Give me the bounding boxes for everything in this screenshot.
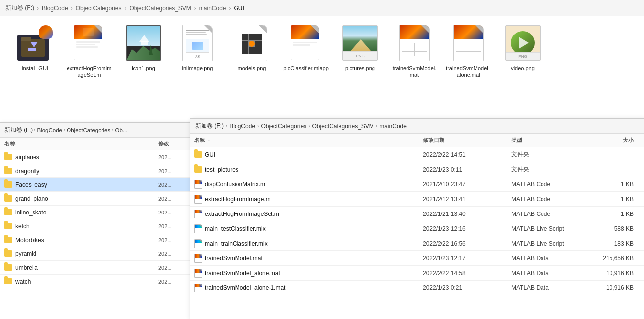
item-date: 202... xyxy=(158,168,188,174)
file-icon1[interactable]: icon1.png xyxy=(119,23,168,71)
row-date: 2022/1/23 0:21 xyxy=(423,284,511,291)
table-row-dispconfusion[interactable]: dispConfusionMatrix.m 2021/2/10 23:47 MA… xyxy=(190,177,644,192)
file-models[interactable]: models.png xyxy=(227,23,276,71)
file-install-gui[interactable]: install_GUI xyxy=(10,23,60,71)
row-name: main_testClassifier.mlx xyxy=(205,225,266,232)
folder-icon xyxy=(194,166,202,173)
list-item-grand-piano[interactable]: grand_piano 202... xyxy=(0,192,192,206)
bottom-left-explorer-window: 新加卷 (F:) › BlogCode › ObjectCategories ›… xyxy=(0,122,192,319)
top-address-bar[interactable]: 新加卷 (F:) › BlogCode › ObjectCategories ›… xyxy=(0,0,644,16)
row-type: MATLAB Code xyxy=(511,181,590,188)
matlab-m-icon xyxy=(194,180,202,189)
row-name: extractHogFromImage.m xyxy=(205,196,271,203)
table-row-main-train[interactable]: main_trainClassifier.mlx 2022/2/22 16:56… xyxy=(190,236,644,251)
file-trainedsvm-label: trainedSvmModel.mat xyxy=(391,65,438,79)
row-type: MATLAB Data xyxy=(511,284,590,291)
bottom-right-address-bar[interactable]: 新加卷 (F:) › BlogCode › ObjectCategories ›… xyxy=(190,119,644,134)
item-date: 202... xyxy=(158,279,188,284)
row-size: 588 KB xyxy=(590,225,640,232)
file-trainedsvm[interactable]: trainedSvmModel.mat xyxy=(390,23,439,79)
col-header-type[interactable]: 类型 xyxy=(511,137,590,144)
file-models-label: models.png xyxy=(238,65,266,71)
address-part-4[interactable]: ObjectCategories_SVM xyxy=(129,5,191,12)
folder-icon xyxy=(4,264,12,271)
address-part-1[interactable]: 新加卷 (F:) xyxy=(5,4,34,12)
table-row-extracthogimageset[interactable]: extractHogFromImageSet.m 2022/1/21 13:40… xyxy=(190,207,644,221)
file-pictures[interactable]: PNG pictures.png xyxy=(336,23,385,71)
row-name: GUI xyxy=(205,151,215,158)
row-type: MATLAB Data xyxy=(511,270,590,277)
item-name: Faces_easy xyxy=(15,181,47,188)
bl-addr-1[interactable]: 新加卷 (F:) xyxy=(4,126,33,134)
file-trainedsvmalone[interactable]: trainedSvmModel_alone.mat xyxy=(444,23,493,79)
mat-icon xyxy=(194,284,202,292)
row-type: MATLAB Code xyxy=(511,196,590,203)
row-name: trainedSvmModel.mat xyxy=(205,255,263,262)
list-item-dragonfly[interactable]: dragonfly 202... xyxy=(0,164,192,178)
list-item-pyramid[interactable]: pyramid 202... xyxy=(0,247,192,261)
col-header-name[interactable]: 名称 ↑ xyxy=(194,137,423,144)
matlab-m-icon xyxy=(194,210,202,218)
br-addr-3[interactable]: ObjectCategories xyxy=(261,123,306,130)
bl-addr-4[interactable]: Ob... xyxy=(115,127,127,133)
table-row-main-test[interactable]: main_testClassifier.mlx 2022/1/23 12:16 … xyxy=(190,221,644,236)
list-item-inline-skate[interactable]: inline_skate 202... xyxy=(0,206,192,219)
row-name: test_pictures xyxy=(205,166,238,173)
row-type: MATLAB Data xyxy=(511,255,590,262)
table-row-test-pictures[interactable]: test_pictures 2022/1/23 0:11 文件夹 xyxy=(190,162,644,177)
mat-icon xyxy=(194,269,202,278)
list-item-airplanes[interactable]: airplanes 202... xyxy=(0,150,192,164)
table-row-extracthogimage[interactable]: extractHogFromImage.m 2021/2/12 13:41 MA… xyxy=(190,192,644,207)
col-header-size[interactable]: 大小 xyxy=(590,137,640,144)
row-name: dispConfusionMatrix.m xyxy=(205,181,265,188)
mat-icon xyxy=(194,254,202,263)
file-picclassifier[interactable]: picClassifier.mlapp xyxy=(281,23,331,71)
file-video[interactable]: PNG video.png xyxy=(498,23,547,71)
address-part-2[interactable]: BlogCode xyxy=(42,5,68,12)
address-part-3[interactable]: ObjectCategories xyxy=(76,5,122,12)
list-item-motorbikes[interactable]: Motorbikes 202... xyxy=(0,233,192,247)
br-addr-5[interactable]: mainCode xyxy=(379,123,407,130)
table-row-trainedsvmalone1[interactable]: trainedSvmModel_alone-1.mat 2022/1/23 0:… xyxy=(190,281,644,295)
row-date: 2022/2/22 16:56 xyxy=(423,240,511,247)
folder-icon xyxy=(194,151,202,158)
col-header-date[interactable]: 修改 xyxy=(158,140,188,147)
bl-addr-3[interactable]: ObjectCategories xyxy=(67,127,110,133)
bottom-left-address-bar[interactable]: 新加卷 (F:) › BlogCode › ObjectCategories ›… xyxy=(0,123,192,138)
table-row-trainedsvm[interactable]: trainedSvmModel.mat 2022/1/23 12:17 MATL… xyxy=(190,251,644,266)
address-part-6[interactable]: GUI xyxy=(234,5,244,12)
bottom-left-list-header: 名称 修改 xyxy=(0,138,192,150)
item-date: 202... xyxy=(158,182,188,188)
col-header-name[interactable]: 名称 xyxy=(4,140,158,147)
list-item-umbrella[interactable]: umbrella 202... xyxy=(0,261,192,275)
br-addr-4[interactable]: ObjectCategories_SVM xyxy=(312,123,373,130)
list-item-watch[interactable]: watch 202... xyxy=(0,275,192,288)
table-header: 名称 ↑ 修改日期 类型 大小 xyxy=(190,134,644,147)
row-type: MATLAB Live Script xyxy=(511,240,590,247)
file-trainedsvmalone-label: trainedSvmModel_alone.mat xyxy=(445,65,492,79)
table-row-trainedsvmalone[interactable]: trainedSvmModel_alone.mat 2022/2/22 14:5… xyxy=(190,266,644,281)
row-size: 183 KB xyxy=(590,240,640,247)
bl-addr-2[interactable]: BlogCode xyxy=(37,127,62,133)
row-size: 10,916 KB xyxy=(590,270,640,277)
list-item-ketch[interactable]: ketch 202... xyxy=(0,219,192,233)
row-type: MATLAB Live Script xyxy=(511,225,590,232)
mlx-icon xyxy=(194,224,202,233)
folder-icon xyxy=(4,223,12,229)
row-name: extractHogFromImageSet.m xyxy=(205,211,279,217)
file-extracthog-label: extractHogFromImageSet.m xyxy=(66,65,113,79)
sort-arrow: ↑ xyxy=(208,138,210,143)
item-name: dragonfly xyxy=(15,168,39,175)
file-iniimage[interactable]: 文档 iniImage.png xyxy=(173,23,222,71)
file-iniimage-label: iniImage.png xyxy=(182,65,213,71)
address-part-5[interactable]: mainCode xyxy=(199,5,226,12)
folder-icon xyxy=(4,195,12,202)
file-pictures-label: pictures.png xyxy=(345,65,375,71)
br-addr-1[interactable]: 新加卷 (F:) xyxy=(195,122,224,130)
files-area: install_GUI xyxy=(0,16,644,86)
br-addr-2[interactable]: BlogCode xyxy=(229,123,255,130)
list-item-faces-easy[interactable]: Faces_easy 202... xyxy=(0,178,192,192)
col-header-date[interactable]: 修改日期 xyxy=(423,137,511,144)
file-extracthog[interactable]: extractHogFromImageSet.m xyxy=(65,23,114,79)
table-row-gui[interactable]: GUI 2022/2/22 14:51 文件夹 xyxy=(190,147,644,162)
